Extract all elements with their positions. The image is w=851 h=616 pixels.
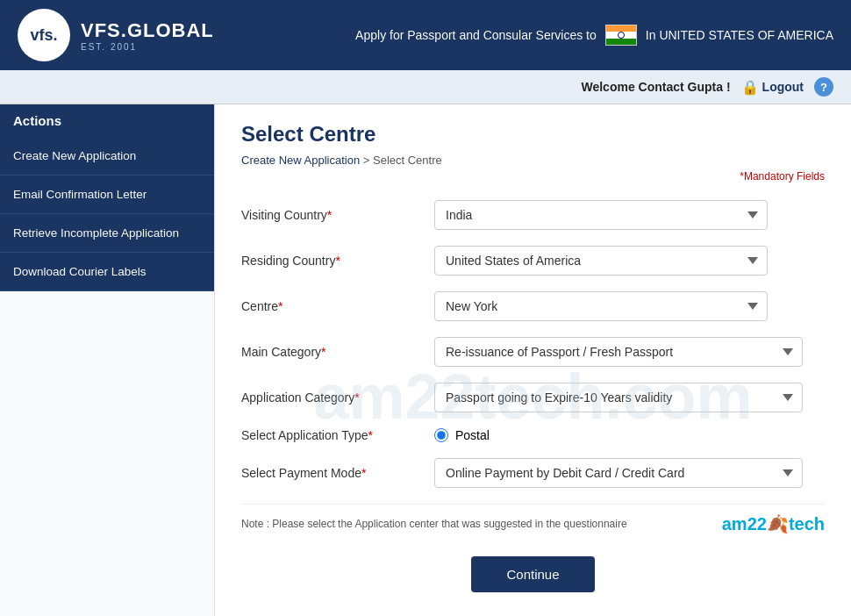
payment-mode-row: Select Payment Mode* Online Payment by D… <box>241 458 825 488</box>
site-header: vfs. VFS.GLOBAL EST. 2001 Apply for Pass… <box>0 0 851 70</box>
header-tagline: Apply for Passport and Consular Services… <box>355 25 833 46</box>
postal-radio[interactable] <box>434 428 448 442</box>
payment-mode-select[interactable]: Online Payment by Debit Card / Credit Ca… <box>434 458 803 488</box>
breadcrumb-home[interactable]: Create New Application <box>241 154 360 167</box>
visiting-country-label: Visiting Country* <box>241 208 434 222</box>
centre-label: Centre* <box>241 299 434 313</box>
help-icon[interactable]: ? <box>814 77 833 97</box>
application-type-label: Select Application Type* <box>241 428 434 442</box>
continue-button[interactable]: Continue <box>471 556 594 592</box>
centre-row: Centre* New York <box>241 291 825 321</box>
residing-country-row: Residing Country* United States of Ameri… <box>241 246 825 276</box>
postal-label: Postal <box>455 428 490 442</box>
sidebar-item-retrieve-incomplete[interactable]: Retrieve Incomplete Application <box>0 214 214 253</box>
breadcrumb: Create New Application > Select Centre <box>241 154 825 167</box>
form-section: am22tech.com Visiting Country* India Res… <box>241 200 825 592</box>
centre-select[interactable]: New York <box>434 291 768 321</box>
application-category-row: Application Category* Passport going to … <box>241 383 825 412</box>
note-row: Note : Please select the Application cen… <box>241 504 825 543</box>
main-category-select[interactable]: Re-issuance of Passport / Fresh Passport <box>434 337 803 367</box>
sidebar-item-download-courier[interactable]: Download Courier Labels <box>0 253 214 291</box>
sidebar-item-create-new[interactable]: Create New Application <box>0 137 214 175</box>
main-category-row: Main Category* Re-issuance of Passport /… <box>241 337 825 367</box>
main-layout: Actions Create New Application Email Con… <box>0 104 851 616</box>
application-category-label: Application Category* <box>241 390 434 405</box>
mandatory-note: *Mandatory Fields <box>241 170 825 183</box>
sidebar-item-email-confirm[interactable]: Email Confirmation Letter <box>0 175 214 214</box>
logo-est: EST. 2001 <box>81 42 214 52</box>
logout-button[interactable]: 🔒 Logout <box>741 79 804 96</box>
application-type-row: Select Application Type* Postal <box>241 428 825 442</box>
top-bar: Welcome Contact Gupta ! 🔒 Logout ? <box>0 70 851 104</box>
breadcrumb-current: Select Centre <box>373 154 442 167</box>
sidebar: Actions Create New Application Email Con… <box>0 104 215 616</box>
main-category-label: Main Category* <box>241 345 434 359</box>
residing-country-label: Residing Country* <box>241 254 434 268</box>
logo-icon: vfs. <box>18 9 70 61</box>
note-text: Note : Please select the Application cen… <box>241 518 627 530</box>
application-category-select[interactable]: Passport going to Expire-10 Years validi… <box>434 383 803 412</box>
visiting-country-select[interactable]: India <box>434 200 768 230</box>
logout-icon: 🔒 <box>741 79 759 96</box>
logo-text-group: VFS.GLOBAL EST. 2001 <box>81 19 214 52</box>
residing-country-select[interactable]: United States of America <box>434 246 768 276</box>
brand-logo: am22🍂tech <box>722 513 825 534</box>
page-title: Select Centre <box>241 122 825 147</box>
sidebar-header: Actions <box>0 104 214 137</box>
logo-area: vfs. VFS.GLOBAL EST. 2001 <box>18 9 214 61</box>
application-type-radio-group: Postal <box>434 428 490 442</box>
logo-name: VFS.GLOBAL <box>81 19 214 42</box>
main-content: Select Centre Create New Application > S… <box>215 104 851 616</box>
visiting-country-row: Visiting Country* India <box>241 200 825 230</box>
welcome-message: Welcome Contact Gupta ! <box>581 80 730 94</box>
payment-mode-label: Select Payment Mode* <box>241 466 434 480</box>
india-flag-icon <box>605 25 637 46</box>
